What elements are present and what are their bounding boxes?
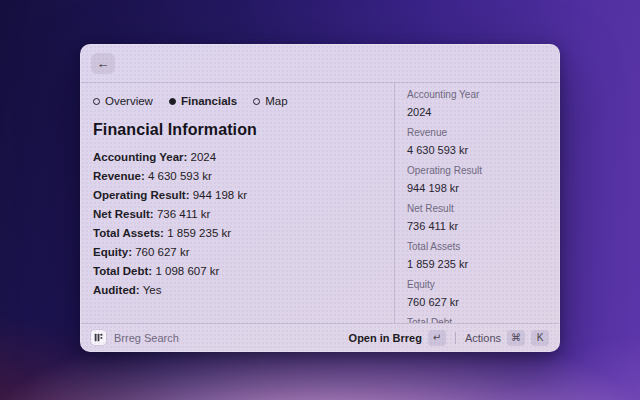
detail-row: Total Debt: 1 098 607 kr bbox=[93, 264, 380, 278]
tab-bar: Overview Financials Map bbox=[93, 95, 380, 107]
action-bar: Brreg Search Open in Brreg ↵ Actions ⌘ K bbox=[81, 323, 559, 351]
detail-row-value: 944 198 kr bbox=[193, 189, 247, 201]
detail-row: Revenue: 4 630 593 kr bbox=[93, 169, 380, 183]
brreg-search-icon bbox=[91, 330, 106, 345]
actions-label: Actions bbox=[465, 332, 501, 344]
tab-label: Map bbox=[265, 95, 287, 107]
detail-row-value: 1 098 607 kr bbox=[155, 265, 219, 277]
page-title: Financial Information bbox=[93, 121, 380, 139]
radio-icon bbox=[169, 98, 176, 105]
metadata-value: 2024 bbox=[407, 106, 549, 119]
detail-row-label: Net Result: bbox=[93, 208, 154, 220]
metadata-label: Total Assets bbox=[407, 241, 549, 253]
detail-row: Net Result: 736 411 kr bbox=[93, 207, 380, 221]
detail-row: Total Assets: 1 859 235 kr bbox=[93, 226, 380, 240]
metadata-label: Operating Result bbox=[407, 165, 549, 177]
metadata-value: 736 411 kr bbox=[407, 220, 549, 233]
detail-row-value: 1 859 235 kr bbox=[167, 227, 231, 239]
metadata-value: 4 630 593 kr bbox=[407, 144, 549, 157]
tab[interactable]: Financials bbox=[169, 95, 237, 107]
metadata-value: 944 198 kr bbox=[407, 182, 549, 195]
metadata-item: Equity 760 627 kr bbox=[407, 279, 549, 309]
metadata-label: Revenue bbox=[407, 127, 549, 139]
metadata-panel: Accounting Year 2024 Revenue 4 630 593 k… bbox=[394, 83, 559, 323]
detail-row: Accounting Year: 2024 bbox=[93, 150, 380, 164]
main-column: Overview Financials Map Financial Inform… bbox=[81, 83, 394, 323]
metadata-item: Operating Result 944 198 kr bbox=[407, 165, 549, 195]
detail-row-label: Accounting Year: bbox=[93, 151, 187, 163]
detail-row-label: Total Assets: bbox=[93, 227, 164, 239]
window-header: ← bbox=[81, 45, 559, 83]
tab-label: Overview bbox=[105, 95, 153, 107]
detail-row-label: Revenue: bbox=[93, 170, 145, 182]
metadata-label: Accounting Year bbox=[407, 89, 549, 101]
command-key-icon: ⌘ bbox=[507, 330, 525, 346]
detail-row-label: Operating Result: bbox=[93, 189, 189, 201]
open-in-brreg-button[interactable]: Open in Brreg ↵ bbox=[349, 330, 446, 346]
metadata-value: 1 859 235 kr bbox=[407, 258, 549, 271]
raycast-window: ← Overview Financials Map Financial Info… bbox=[80, 44, 560, 352]
footer-left: Brreg Search bbox=[91, 330, 349, 345]
tab-label: Financials bbox=[181, 95, 237, 107]
metadata-value: 760 627 kr bbox=[407, 296, 549, 309]
actions-button[interactable]: Actions ⌘ K bbox=[465, 330, 549, 346]
desktop-background: ← Overview Financials Map Financial Info… bbox=[0, 0, 640, 400]
detail-row-value: 2024 bbox=[191, 151, 217, 163]
k-key-icon: K bbox=[531, 330, 549, 346]
tab[interactable]: Map bbox=[253, 95, 287, 107]
extension-name: Brreg Search bbox=[114, 332, 179, 344]
return-key-icon: ↵ bbox=[428, 330, 446, 346]
detail-row-value: 736 411 kr bbox=[157, 208, 211, 220]
footer-divider bbox=[455, 332, 456, 344]
radio-icon bbox=[253, 98, 260, 105]
back-button[interactable]: ← bbox=[91, 53, 115, 74]
metadata-label: Equity bbox=[407, 279, 549, 291]
detail-row: Operating Result: 944 198 kr bbox=[93, 188, 380, 202]
tab[interactable]: Overview bbox=[93, 95, 153, 107]
detail-row: Audited: Yes bbox=[93, 283, 380, 297]
window-body: Overview Financials Map Financial Inform… bbox=[81, 83, 559, 323]
metadata-item: Total Assets 1 859 235 kr bbox=[407, 241, 549, 271]
metadata-label: Net Result bbox=[407, 203, 549, 215]
detail-row: Equity: 760 627 kr bbox=[93, 245, 380, 259]
detail-row-label: Equity: bbox=[93, 246, 132, 258]
open-in-brreg-label: Open in Brreg bbox=[349, 332, 422, 344]
metadata-item: Revenue 4 630 593 kr bbox=[407, 127, 549, 157]
metadata-item: Accounting Year 2024 bbox=[407, 89, 549, 119]
footer-right: Open in Brreg ↵ Actions ⌘ K bbox=[349, 330, 549, 346]
detail-row-value: Yes bbox=[143, 284, 162, 296]
detail-row-value: 4 630 593 kr bbox=[148, 170, 212, 182]
detail-row-label: Total Debt: bbox=[93, 265, 152, 277]
detail-row-label: Audited: bbox=[93, 284, 140, 296]
metadata-item: Net Result 736 411 kr bbox=[407, 203, 549, 233]
financial-detail-list: Accounting Year: 2024 Revenue: 4 630 593… bbox=[93, 150, 380, 297]
detail-row-value: 760 627 kr bbox=[135, 246, 189, 258]
radio-icon bbox=[93, 98, 100, 105]
